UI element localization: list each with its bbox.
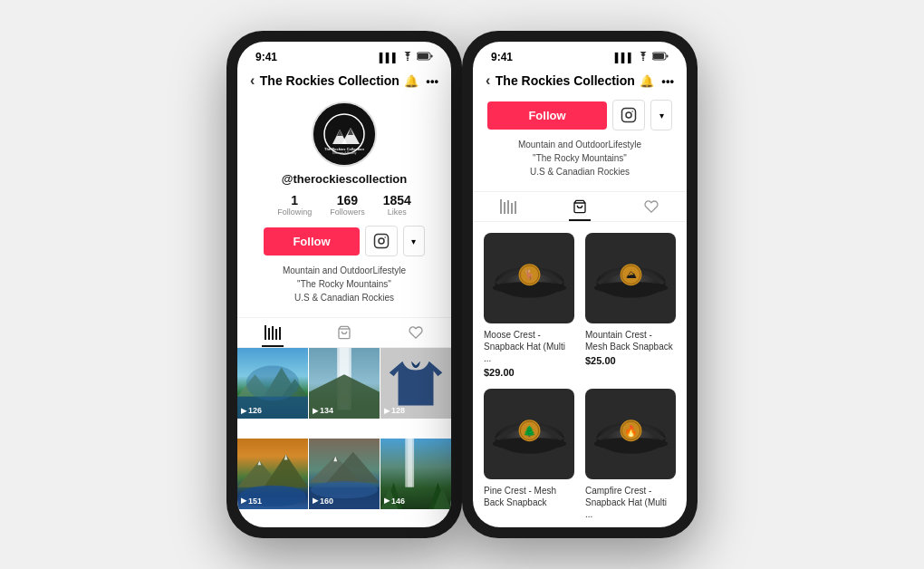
- svg-point-13: [379, 238, 384, 244]
- svg-rect-62: [515, 201, 516, 214]
- back-button-left[interactable]: ‹: [250, 72, 255, 89]
- status-time-right: 9:41: [491, 51, 513, 63]
- phone-left-screen: 9:41 ▌▌▌ ‹ The Rockies Collection 🔔 •••: [237, 42, 451, 527]
- svg-point-56: [626, 112, 631, 118]
- back-button-right[interactable]: ‹: [486, 72, 490, 89]
- status-time-left: 9:41: [255, 51, 277, 63]
- svg-rect-55: [622, 109, 636, 122]
- svg-point-57: [631, 111, 633, 112]
- phone-left: 9:41 ▌▌▌ ‹ The Rockies Collection 🔔 •••: [226, 31, 462, 538]
- video-thumb-3[interactable]: ▶ 128: [380, 348, 451, 419]
- svg-text:🦌: 🦌: [523, 267, 536, 281]
- bio-left: Mountain and OutdoorLifestyle "The Rocky…: [283, 264, 406, 304]
- more-icon-right[interactable]: •••: [661, 74, 674, 88]
- bell-icon[interactable]: 🔔: [404, 74, 419, 88]
- video-count-5: ▶ 160: [313, 497, 333, 506]
- profile-title-right: The Rockies Collection: [496, 73, 635, 88]
- profile-header-right: ‹ The Rockies Collection 🔔 •••: [473, 67, 687, 94]
- dropdown-button-left[interactable]: ▾: [403, 226, 425, 256]
- product-card-1[interactable]: 🦌 Moose Crest - Snapback Hat (Multi ... …: [484, 233, 574, 378]
- video-grid: ▶ 126 ▶ 134: [237, 348, 451, 527]
- status-icons-right: ▌▌▌: [615, 52, 669, 63]
- svg-rect-59: [504, 202, 505, 214]
- video-thumb-6[interactable]: ▶ 146: [380, 439, 451, 509]
- tab-bar-right: [473, 191, 687, 222]
- svg-rect-3: [431, 55, 433, 58]
- svg-rect-60: [507, 200, 509, 214]
- avatar: The Rockies Collection Souvenir & Beauty: [312, 101, 377, 167]
- svg-rect-15: [265, 325, 266, 340]
- follow-row-left: Follow ▾: [264, 226, 424, 256]
- video-count-1: ▶ 126: [241, 406, 262, 415]
- product-name-2: Mountain Crest - Mesh Back Snapback: [585, 329, 676, 352]
- video-thumb-1[interactable]: ▶ 126: [237, 348, 308, 419]
- product-img-3: 🌲: [484, 389, 574, 479]
- product-img-1: 🦌: [484, 233, 574, 323]
- svg-point-51: [642, 60, 644, 62]
- profile-header-left: ‹ The Rockies Collection 🔔 •••: [237, 67, 451, 94]
- phone-right: 9:41 ▌▌▌ ‹ The Rockies Collection 🔔 •••: [462, 31, 698, 538]
- stat-likes: 1854 Likes: [383, 193, 411, 217]
- svg-rect-58: [500, 199, 502, 214]
- status-bar-right: 9:41 ▌▌▌: [473, 42, 687, 67]
- svg-text:🌲: 🌲: [523, 423, 536, 437]
- product-card-2[interactable]: ⛰ Mountain Crest - Mesh Back Snapback $2…: [585, 233, 676, 378]
- svg-rect-53: [653, 53, 664, 59]
- video-count-2: ▶ 134: [313, 406, 333, 415]
- svg-rect-2: [418, 53, 428, 59]
- tab-videos-left[interactable]: [237, 325, 309, 340]
- profile-section: The Rockies Collection Souvenir & Beauty…: [237, 94, 451, 317]
- product-img-2: ⛰: [585, 233, 676, 323]
- battery-icon: [417, 52, 433, 63]
- video-thumb-4[interactable]: ▶ 151: [237, 439, 308, 509]
- video-thumb-2[interactable]: ▶ 134: [309, 348, 380, 419]
- bio-right: Mountain and OutdoorLifestyle "The Rocky…: [487, 138, 672, 178]
- product-card-4[interactable]: 🔥 Campfire Crest - Snapback Hat (Multi .…: [585, 389, 676, 523]
- status-icons-left: ▌▌▌: [380, 52, 433, 63]
- product-card-3[interactable]: 🌲 Pine Crest - Mesh Back Snapback: [484, 389, 574, 523]
- tab-likes-left[interactable]: [380, 325, 451, 340]
- signal-icon: ▌▌▌: [380, 53, 399, 63]
- stat-following: 1 Following: [277, 193, 312, 217]
- follow-button-right[interactable]: Follow: [487, 101, 607, 130]
- instagram-button-left[interactable]: [365, 226, 398, 256]
- follow-section-right: Follow ▾ Mountain and OutdoorLifestyle "…: [473, 94, 687, 191]
- tab-shop-right[interactable]: [544, 199, 616, 214]
- svg-rect-54: [667, 55, 669, 58]
- svg-rect-18: [275, 329, 277, 340]
- dropdown-button-right[interactable]: ▾: [650, 100, 672, 130]
- bell-icon-right[interactable]: 🔔: [640, 74, 654, 88]
- signal-icon-right: ▌▌▌: [615, 53, 634, 63]
- product-price-1: $29.00: [484, 367, 574, 378]
- header-icons-left: 🔔 •••: [404, 74, 438, 88]
- username: @therockiescollection: [282, 172, 407, 186]
- svg-point-14: [384, 236, 386, 238]
- svg-rect-17: [272, 326, 274, 340]
- video-count-6: ▶ 146: [384, 497, 405, 506]
- tab-likes-right[interactable]: [615, 199, 687, 214]
- follow-button-left[interactable]: Follow: [264, 227, 359, 256]
- stats-row: 1 Following 169 Followers 1854 Likes: [277, 193, 411, 217]
- profile-title-left: The Rockies Collection: [260, 73, 399, 88]
- svg-rect-46: [408, 439, 412, 487]
- video-count-4: ▶ 151: [241, 497, 262, 506]
- header-icons-right: 🔔 •••: [640, 74, 674, 88]
- phone-right-screen: 9:41 ▌▌▌ ‹ The Rockies Collection 🔔 •••: [473, 42, 687, 527]
- battery-icon-right: [652, 52, 669, 63]
- product-name-3: Pine Crest - Mesh Back Snapback: [484, 485, 574, 508]
- more-icon[interactable]: •••: [426, 74, 438, 88]
- svg-rect-61: [511, 203, 513, 214]
- instagram-button-right[interactable]: [612, 100, 645, 130]
- svg-rect-19: [279, 327, 281, 340]
- tab-videos-right[interactable]: [473, 199, 544, 214]
- shop-grid: 🦌 Moose Crest - Snapback Hat (Multi ... …: [473, 222, 687, 527]
- svg-rect-12: [374, 235, 388, 248]
- tab-bar-left: [237, 317, 451, 348]
- svg-text:⛰: ⛰: [625, 268, 636, 281]
- svg-point-0: [407, 60, 409, 62]
- video-thumb-5[interactable]: ▶ 160: [309, 439, 380, 509]
- follow-row-right: Follow ▾: [487, 100, 672, 130]
- tab-shop-left[interactable]: [309, 325, 380, 340]
- video-count-3: ▶ 128: [384, 406, 405, 415]
- svg-text:🔥: 🔥: [624, 423, 638, 437]
